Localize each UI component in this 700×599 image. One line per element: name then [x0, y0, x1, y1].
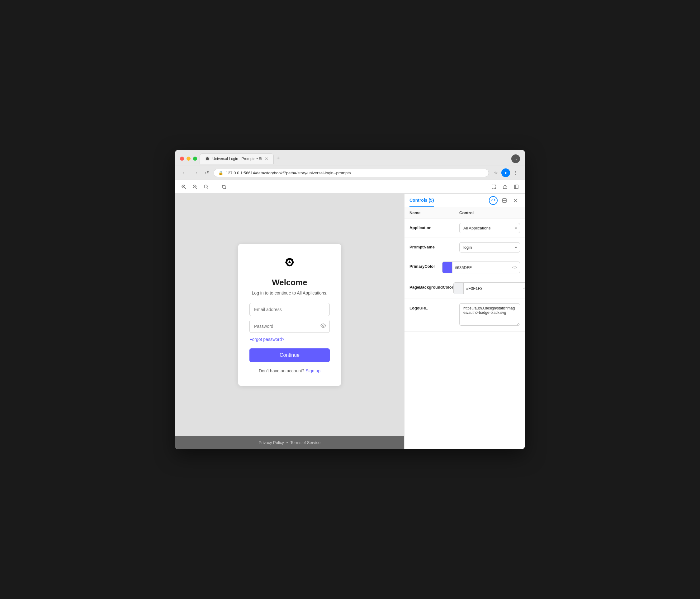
primarycolor-code-icon[interactable]: <> — [510, 265, 520, 270]
signup-text: Don't have an account? Sign up — [259, 368, 320, 373]
reload-button[interactable]: ↺ — [202, 169, 211, 177]
promptname-select-wrapper: login signup reset-password ▾ — [459, 242, 520, 252]
browser-menu-icon[interactable]: ⌄ — [514, 156, 518, 161]
login-card: Welcome Log in to to continue to All App… — [238, 244, 341, 386]
pagebgcolor-control-row: PageBackgroundColor <> — [404, 278, 525, 299]
refresh-icon — [491, 198, 495, 203]
controls-column-headers: Name Control — [404, 207, 525, 219]
svg-rect-5 — [515, 185, 518, 189]
zoom-reset-button[interactable] — [201, 182, 211, 192]
primarycolor-swatch[interactable] — [443, 262, 452, 273]
share-button[interactable] — [500, 182, 510, 192]
sidebar-icon — [514, 184, 519, 189]
signup-link[interactable]: Sign up — [306, 368, 320, 373]
tab-favicon — [205, 156, 210, 161]
minimize-window-button[interactable] — [186, 157, 191, 161]
pagebgcolor-control: <> — [453, 282, 525, 294]
sidebar-toggle-button[interactable] — [511, 182, 521, 192]
primarycolor-control-row: PrimaryColor <> — [404, 257, 525, 278]
controls-panel: Controls (5) — [404, 194, 525, 449]
maximize-window-button[interactable] — [193, 157, 197, 161]
promptname-label: PromptName — [409, 242, 459, 249]
close-panel-button[interactable] — [511, 196, 520, 205]
login-title: Welcome — [272, 278, 307, 288]
forgot-password-link[interactable]: Forgot password? — [249, 336, 330, 342]
reset-controls-button[interactable] — [489, 196, 498, 205]
application-control: All Applications App 1 App 2 ▾ — [459, 223, 520, 233]
application-select[interactable]: All Applications App 1 App 2 — [459, 223, 520, 233]
zoom-out-icon — [193, 184, 197, 189]
logourl-label: LogoURL — [409, 303, 459, 310]
browser-options-button[interactable]: ⋮ — [511, 169, 520, 177]
controls-header-icons — [489, 196, 520, 205]
continue-button[interactable]: Continue — [249, 348, 330, 362]
logourl-control-row: LogoURL https://auth0.design/static/imag… — [404, 299, 525, 331]
address-bar: ← → ↺ 🔒 127.0.0.1:56614/data/storybook/?… — [175, 166, 525, 180]
auth0-logo — [282, 256, 297, 272]
tab-bar: Universal Login - Prompts • St ✕ + — [200, 153, 282, 164]
share-icon — [503, 184, 507, 189]
svg-rect-4 — [223, 186, 226, 189]
password-input[interactable] — [249, 320, 330, 333]
privacy-policy-link[interactable]: Privacy Policy — [259, 440, 284, 445]
primarycolor-input-group: <> — [442, 261, 520, 273]
footer-separator: • — [286, 440, 288, 445]
controls-tab[interactable]: Controls (5) — [409, 194, 434, 207]
application-control-row: Application All Applications App 1 App 2… — [404, 219, 525, 238]
new-tab-button[interactable]: + — [274, 154, 282, 163]
storybook-toolbar — [175, 180, 525, 194]
application-select-wrapper: All Applications App 1 App 2 ▾ — [459, 223, 520, 233]
tab-close-button[interactable]: ✕ — [265, 156, 269, 161]
title-bar: Universal Login - Prompts • St ✕ + ⌄ — [175, 150, 525, 166]
pagebgcolor-label: PageBackgroundColor — [409, 282, 453, 290]
panel-layout-button[interactable] — [500, 196, 509, 205]
pagebgcolor-code-icon[interactable]: <> — [521, 286, 525, 291]
profile-button[interactable]: ● — [501, 169, 510, 177]
zoom-reset-icon — [204, 184, 209, 189]
layout-icon — [502, 198, 507, 203]
login-subtitle: Log in to to continue to All Application… — [252, 291, 328, 296]
close-window-button[interactable] — [180, 157, 184, 161]
forward-button[interactable]: → — [191, 169, 200, 177]
logourl-control: https://auth0.design/static/images/auth0… — [459, 303, 520, 327]
address-icons: ☆ ● ⋮ — [491, 169, 520, 177]
copy-icon — [221, 184, 226, 189]
preview-area: Welcome Log in to to continue to All App… — [175, 194, 404, 449]
main-content: Welcome Log in to to continue to All App… — [175, 194, 525, 449]
zoom-in-button[interactable] — [179, 182, 189, 192]
terms-of-service-link[interactable]: Terms of Service — [290, 440, 320, 445]
copy-button[interactable] — [219, 182, 229, 192]
password-field-wrapper — [249, 320, 330, 333]
pagebgcolor-value-input[interactable] — [464, 286, 521, 291]
expand-icon — [491, 184, 496, 189]
toolbar-divider-1 — [215, 183, 215, 191]
primarycolor-label: PrimaryColor — [409, 261, 442, 269]
url-display: 127.0.0.1:56614/data/storybook/?path=/st… — [226, 171, 351, 175]
traffic-lights — [180, 157, 197, 161]
zoom-in-icon — [181, 184, 186, 189]
controls-table: Name Control Application All Application… — [404, 207, 525, 449]
back-button[interactable]: ← — [180, 169, 189, 177]
promptname-control: login signup reset-password ▾ — [459, 242, 520, 252]
svg-point-8 — [323, 325, 324, 326]
zoom-out-button[interactable] — [190, 182, 200, 192]
bookmark-button[interactable]: ☆ — [491, 169, 500, 177]
control-column-header: Control — [459, 210, 474, 215]
browser-window: Universal Login - Prompts • St ✕ + ⌄ ← →… — [175, 150, 525, 449]
active-tab[interactable]: Universal Login - Prompts • St ✕ — [200, 153, 274, 164]
address-field[interactable]: 🔒 127.0.0.1:56614/data/storybook/?path=/… — [214, 169, 489, 177]
expand-button[interactable] — [489, 182, 499, 192]
email-input[interactable] — [249, 303, 330, 316]
preview-inner: Welcome Log in to to continue to All App… — [175, 194, 404, 436]
close-icon — [514, 199, 518, 202]
primarycolor-value-input[interactable] — [452, 265, 510, 270]
show-password-icon[interactable] — [320, 323, 326, 330]
logourl-textarea[interactable]: https://auth0.design/static/images/auth0… — [459, 303, 520, 326]
pagebgcolor-swatch[interactable] — [454, 283, 464, 294]
promptname-control-row: PromptName login signup reset-password ▾ — [404, 238, 525, 257]
promptname-select[interactable]: login signup reset-password — [459, 242, 520, 252]
controls-header: Controls (5) — [404, 194, 525, 207]
application-label: Application — [409, 223, 459, 230]
pagebgcolor-input-group: <> — [453, 282, 525, 294]
preview-footer: Privacy Policy • Terms of Service — [175, 436, 404, 449]
